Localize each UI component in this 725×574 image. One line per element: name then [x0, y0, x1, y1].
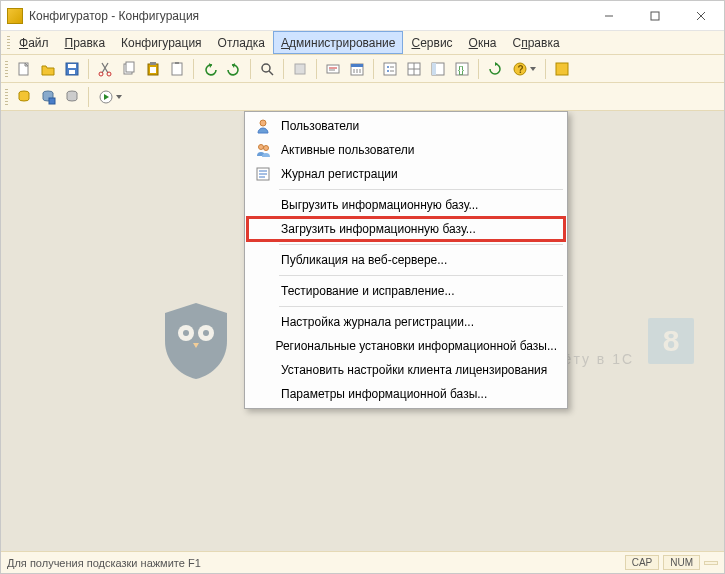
open-folder-icon[interactable]: [37, 58, 59, 80]
svg-rect-1: [651, 12, 659, 20]
app-icon[interactable]: [551, 58, 573, 80]
admin-dropdown-menu: ПользователиАктивные пользователиЖурнал …: [244, 111, 568, 409]
redo-icon[interactable]: [223, 58, 245, 80]
svg-text:?: ?: [518, 64, 524, 75]
blank-icon: [251, 195, 275, 215]
menu-сервис[interactable]: Сервис: [403, 31, 460, 54]
grid-icon[interactable]: [403, 58, 425, 80]
panel-icon[interactable]: [427, 58, 449, 80]
calendar-icon[interactable]: [346, 58, 368, 80]
undo-icon[interactable]: [199, 58, 221, 80]
db-tree-icon[interactable]: [61, 86, 83, 108]
svg-line-18: [269, 71, 273, 75]
svg-point-54: [264, 146, 269, 151]
svg-point-30: [387, 70, 389, 72]
svg-rect-45: [49, 98, 55, 104]
status-extra: [704, 561, 718, 565]
properties-icon[interactable]: [379, 58, 401, 80]
menu-item[interactable]: Публикация на веб-сервере...: [247, 248, 565, 272]
watermark-badge: 8: [648, 318, 694, 364]
svg-rect-20: [327, 65, 339, 73]
menu-item-label: Загрузить информационную базу...: [281, 222, 476, 236]
svg-text:{}: {}: [458, 65, 464, 75]
copy-icon[interactable]: [118, 58, 140, 80]
svg-point-49: [198, 325, 214, 341]
workspace: Бухэксперт Бесплатная линия консультаций…: [1, 111, 724, 551]
menu-окна[interactable]: Окна: [461, 31, 505, 54]
refresh-icon[interactable]: [484, 58, 506, 80]
save-icon[interactable]: [61, 58, 83, 80]
svg-point-8: [99, 72, 103, 76]
svg-rect-24: [351, 64, 363, 67]
menu-item-label: Публикация на веб-сервере...: [281, 253, 447, 267]
menu-item-label: Журнал регистрации: [281, 167, 398, 181]
run-icon[interactable]: [94, 86, 126, 108]
menu-item[interactable]: Тестирование и исправление...: [247, 279, 565, 303]
svg-rect-16: [175, 62, 179, 64]
menu-item-label: Настройка журнала регистрации...: [281, 315, 474, 329]
db-open-icon[interactable]: [13, 86, 35, 108]
unknown-icon[interactable]: [289, 58, 311, 80]
db-save-icon[interactable]: [37, 86, 59, 108]
help-icon[interactable]: ?: [508, 58, 540, 80]
svg-point-48: [178, 325, 194, 341]
svg-point-50: [183, 330, 189, 336]
svg-point-51: [203, 330, 209, 336]
minimize-button[interactable]: [586, 1, 632, 30]
toolbar-secondary: [1, 83, 724, 111]
svg-rect-13: [150, 62, 156, 65]
svg-point-53: [259, 145, 264, 150]
find-icon[interactable]: [256, 58, 278, 80]
user-icon: [251, 116, 275, 136]
menu-separator: [279, 275, 563, 276]
menubar: ФайлПравкаКонфигурацияОтладкаАдминистрир…: [1, 31, 724, 55]
menu-item[interactable]: Пользователи: [247, 114, 565, 138]
syntax-icon[interactable]: {}: [451, 58, 473, 80]
users-icon: [251, 140, 275, 160]
menu-item[interactable]: Активные пользователи: [247, 138, 565, 162]
blank-icon: [251, 250, 275, 270]
svg-point-17: [262, 64, 270, 72]
app-icon: [7, 8, 23, 24]
blank-icon: [251, 384, 275, 404]
paste-icon[interactable]: [142, 58, 164, 80]
menu-item-label: Пользователи: [281, 119, 359, 133]
menu-item-label: Тестирование и исправление...: [281, 284, 455, 298]
menu-файл[interactable]: Файл: [11, 31, 57, 54]
close-button[interactable]: [678, 1, 724, 30]
toolbar-grip[interactable]: [5, 59, 11, 79]
blank-icon: [251, 281, 275, 301]
maximize-button[interactable]: [632, 1, 678, 30]
menu-item[interactable]: Параметры информационной базы...: [247, 382, 565, 406]
svg-rect-15: [172, 63, 182, 75]
menu-правка[interactable]: Правка: [57, 31, 114, 54]
menu-item[interactable]: Региональные установки информационной ба…: [247, 334, 565, 358]
blank-icon: [251, 336, 269, 356]
svg-rect-14: [150, 67, 156, 73]
owl-shield-icon: [161, 301, 231, 381]
menu-item[interactable]: Загрузить информационную базу...: [247, 217, 565, 241]
blank-icon: [251, 219, 275, 239]
status-hint: Для получения подсказки нажмите F1: [7, 557, 621, 569]
menu-item[interactable]: Настройка журнала регистрации...: [247, 310, 565, 334]
clipboard-icon[interactable]: [166, 58, 188, 80]
status-num: NUM: [663, 555, 700, 570]
menu-item[interactable]: Выгрузить информационную базу...: [247, 193, 565, 217]
menu-отладка[interactable]: Отладка: [210, 31, 273, 54]
menu-конфигурация[interactable]: Конфигурация: [113, 31, 210, 54]
new-doc-icon[interactable]: [13, 58, 35, 80]
menu-item[interactable]: Журнал регистрации: [247, 162, 565, 186]
toolbar-grip[interactable]: [5, 87, 11, 107]
blank-icon: [251, 360, 275, 380]
menu-separator: [279, 189, 563, 190]
window-title: Конфигуратор - Конфигурация: [29, 9, 586, 23]
menu-справка[interactable]: Справка: [505, 31, 568, 54]
cut-icon[interactable]: [94, 58, 116, 80]
menu-separator: [279, 244, 563, 245]
menu-администрирование[interactable]: Администрирование: [273, 31, 403, 54]
menu-item[interactable]: Установить настройки клиента лицензирова…: [247, 358, 565, 382]
titlebar: Конфигуратор - Конфигурация: [1, 1, 724, 31]
svg-point-29: [387, 66, 389, 68]
svg-point-52: [260, 120, 266, 126]
stamp-icon[interactable]: [322, 58, 344, 80]
